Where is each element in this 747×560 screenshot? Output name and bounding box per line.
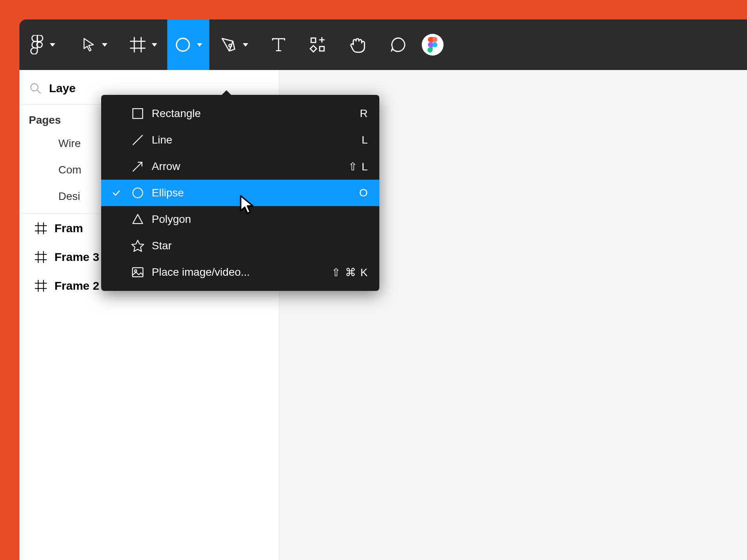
chevron-down-icon <box>102 43 107 47</box>
figma-color-logo-icon <box>427 37 438 52</box>
text-icon <box>270 36 287 53</box>
main-menu-button[interactable] <box>23 19 62 70</box>
app-window: Laye Pages Wire Com Desi Fram Frame 3 <box>19 19 747 560</box>
svg-rect-11 <box>320 47 324 51</box>
frame-icon <box>129 36 146 53</box>
star-icon <box>126 239 149 253</box>
svg-line-30 <box>133 135 142 145</box>
menu-item-shortcut: R <box>360 107 368 120</box>
menu-item-shortcut: O <box>359 187 368 199</box>
menu-item-label: Arrow <box>149 160 348 173</box>
menu-item-label: Star <box>149 240 368 252</box>
layer-label: Frame 2 <box>54 279 99 292</box>
svg-line-16 <box>37 90 41 94</box>
rectangle-icon <box>126 107 149 121</box>
hand-icon <box>349 35 367 54</box>
check-icon <box>107 188 126 198</box>
menu-item-rectangle[interactable]: Rectangle R <box>101 100 379 127</box>
menu-item-label: Place image/video... <box>149 266 331 278</box>
svg-point-5 <box>177 38 189 51</box>
chevron-down-icon <box>50 43 55 47</box>
menu-item-line[interactable]: Line L <box>101 127 379 153</box>
menu-item-shortcut: ⇧ L <box>348 160 368 173</box>
pointer-icon <box>81 37 96 52</box>
svg-rect-29 <box>133 108 142 118</box>
ellipse-icon <box>174 36 191 53</box>
svg-point-34 <box>135 270 137 272</box>
frame-tool-button[interactable] <box>122 19 164 70</box>
layers-tab[interactable]: Laye <box>49 82 75 95</box>
chevron-down-icon <box>243 43 248 47</box>
menu-item-label: Rectangle <box>149 107 360 120</box>
svg-point-32 <box>133 188 142 198</box>
pen-icon <box>219 36 237 54</box>
pen-tool-button[interactable] <box>212 19 255 70</box>
mouse-cursor <box>239 194 256 215</box>
figma-account-avatar[interactable] <box>422 34 444 56</box>
comment-tool-button[interactable] <box>382 19 414 70</box>
ellipse-icon <box>126 186 149 200</box>
menu-item-label: Line <box>149 134 361 146</box>
svg-point-14 <box>432 42 437 47</box>
menu-item-arrow[interactable]: Arrow ⇧ L <box>101 153 379 180</box>
chevron-down-icon <box>152 43 157 47</box>
svg-line-31 <box>133 162 142 171</box>
svg-rect-9 <box>311 38 316 43</box>
move-tool-button[interactable] <box>74 19 114 70</box>
menu-item-place-image[interactable]: Place image/video... ⇧ ⌘ K <box>101 259 379 285</box>
svg-rect-10 <box>310 46 316 52</box>
text-tool-button[interactable] <box>263 19 294 70</box>
frame-icon <box>34 250 47 264</box>
frame-icon <box>34 279 47 292</box>
svg-rect-33 <box>133 268 143 276</box>
resources-tool-button[interactable] <box>302 19 334 70</box>
search-icon[interactable] <box>29 82 42 95</box>
hand-tool-button[interactable] <box>342 19 374 70</box>
polygon-icon <box>126 212 149 226</box>
shape-tool-button[interactable] <box>167 19 209 70</box>
menu-item-label: Polygon <box>149 213 368 226</box>
line-icon <box>126 133 149 147</box>
comment-icon <box>389 36 407 54</box>
svg-point-6 <box>229 44 231 47</box>
menu-item-shortcut: L <box>361 134 368 146</box>
toolbar <box>19 19 747 70</box>
arrow-icon <box>126 159 149 173</box>
frame-icon <box>34 222 47 235</box>
svg-point-15 <box>31 84 38 91</box>
image-icon <box>126 265 149 279</box>
layer-label: Fram <box>54 222 83 235</box>
resources-icon <box>309 36 327 54</box>
layer-label: Frame 3 <box>54 250 99 264</box>
menu-item-shortcut: ⇧ ⌘ K <box>331 266 368 279</box>
chevron-down-icon <box>197 43 202 47</box>
menu-item-star[interactable]: Star <box>101 233 379 259</box>
shape-tool-dropdown: Rectangle R Line L Arrow ⇧ L <box>101 95 379 291</box>
figma-logo-icon <box>30 35 44 54</box>
